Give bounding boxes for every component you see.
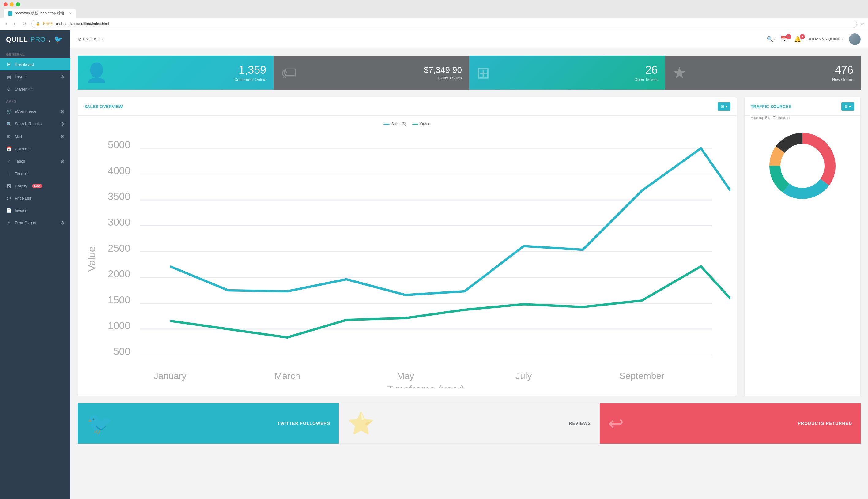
orders-icon: ★ bbox=[672, 64, 687, 82]
bottom-card-reviews: ⭐ REVIEWS bbox=[339, 403, 600, 443]
bookmark-icon[interactable]: ☆ bbox=[860, 21, 864, 27]
logo-separator: . bbox=[48, 36, 50, 44]
tab-title: bootstrap 模板_bootstrap 后端 bbox=[15, 11, 64, 16]
svg-text:1000: 1000 bbox=[108, 320, 131, 331]
legend-orders-dot bbox=[412, 124, 418, 125]
avatar[interactable] bbox=[849, 33, 861, 45]
minimize-btn[interactable] bbox=[10, 2, 14, 7]
sidebar-item-error-pages-left: ⚠ Error Pages bbox=[6, 220, 36, 226]
stat-info-customers: 1,359 Customers Online bbox=[234, 64, 266, 82]
sidebar-item-timeline-left: ⋮ Timeline bbox=[6, 171, 30, 177]
user-menu-button[interactable]: JOHANNA QUINN ▾ bbox=[808, 37, 844, 41]
calendar-icon: 📅 bbox=[6, 146, 12, 151]
reload-button[interactable]: ↺ bbox=[21, 20, 28, 27]
sidebar-item-invoice-left: 📄 Invoice bbox=[6, 208, 27, 213]
legend-orders-label: Orders bbox=[420, 122, 432, 126]
sidebar-item-tasks-label: Tasks bbox=[15, 159, 25, 163]
sidebar-item-search-results-left: 🔍 Search Results bbox=[6, 121, 42, 127]
traffic-sources-options-button[interactable]: ⊞ ▾ bbox=[841, 102, 854, 110]
notifications-button[interactable]: 📅 6 ▾ bbox=[780, 36, 789, 42]
bottom-card-twitter: 🐦 TWITTER FOLLOWERS bbox=[78, 403, 339, 443]
right-panel: ⊙ ENGLISH ▾ 🔍 ▾ 📅 6 ▾ 🔔 4 ▾ bbox=[70, 30, 868, 499]
sidebar-item-calendar-left: 📅 Calendar bbox=[6, 146, 31, 151]
sidebar-item-search-results-label: Search Results bbox=[15, 122, 42, 126]
sidebar-item-price-list[interactable]: 🏷 Price List bbox=[0, 192, 70, 204]
sidebar-item-mail-left: ✉ Mail bbox=[6, 134, 22, 139]
mail-add-icon[interactable]: ⊕ bbox=[60, 133, 64, 139]
chart-legend: Sales ($) Orders bbox=[84, 122, 731, 126]
gallery-icon: 🖼 bbox=[6, 183, 12, 188]
search-button[interactable]: 🔍 ▾ bbox=[767, 36, 775, 42]
twitter-icon: 🐦 bbox=[86, 411, 113, 436]
sidebar-item-timeline[interactable]: ⋮ Timeline bbox=[0, 168, 70, 180]
legend-sales-dot bbox=[384, 124, 389, 125]
sales-overview-options-button[interactable]: ⊞ ▾ bbox=[718, 102, 731, 110]
search-results-add-icon[interactable]: ⊕ bbox=[60, 121, 64, 127]
traffic-lights bbox=[4, 2, 864, 7]
maximize-btn[interactable] bbox=[16, 2, 20, 7]
error-pages-add-icon[interactable]: ⊕ bbox=[60, 220, 64, 226]
svg-text:2000: 2000 bbox=[108, 268, 131, 280]
topnav-left: ⊙ ENGLISH ▾ bbox=[78, 37, 104, 41]
traffic-table-icon: ⊞ bbox=[844, 104, 848, 109]
svg-text:3000: 3000 bbox=[108, 217, 131, 228]
forward-button[interactable]: › bbox=[12, 21, 17, 27]
sidebar-item-price-list-left: 🏷 Price List bbox=[6, 195, 31, 201]
svg-text:January: January bbox=[154, 371, 186, 381]
sidebar-item-layout[interactable]: ▦ Layout ⊕ bbox=[0, 70, 70, 83]
svg-text:July: July bbox=[516, 371, 532, 381]
layout-icon: ▦ bbox=[6, 74, 12, 80]
sidebar-item-mail[interactable]: ✉ Mail ⊕ bbox=[0, 130, 70, 143]
sidebar-item-tasks[interactable]: ✓ Tasks ⊕ bbox=[0, 155, 70, 168]
search-icon: 🔍 bbox=[767, 36, 773, 42]
svg-text:5000: 5000 bbox=[108, 139, 131, 150]
ecommerce-add-icon[interactable]: ⊕ bbox=[60, 108, 64, 114]
sidebar-item-ecommerce-label: eCommerce bbox=[15, 109, 36, 113]
bottom-card-returned: ↩ PRODUCTS RETURNED bbox=[600, 403, 861, 443]
sidebar-item-ecommerce[interactable]: 🛒 eCommerce ⊕ bbox=[0, 105, 70, 118]
search-results-icon: 🔍 bbox=[6, 121, 12, 127]
browser-tab[interactable]: bootstrap 模板_bootstrap 后端 ✕ bbox=[4, 9, 76, 18]
tab-favicon bbox=[8, 11, 12, 16]
url-bar[interactable]: 🔒 不安全 cn.inspinia.cn/quillpro/index.html bbox=[31, 20, 857, 28]
sidebar-item-gallery[interactable]: 🖼 Gallery New bbox=[0, 180, 70, 192]
section-label-general: GENERAL bbox=[0, 48, 70, 58]
svg-text:500: 500 bbox=[113, 345, 130, 357]
sidebar-item-error-pages[interactable]: ⚠ Error Pages ⊕ bbox=[0, 217, 70, 229]
sales-chart-svg: 500 1000 1500 2000 2500 3000 3500 4000 5… bbox=[84, 130, 731, 388]
stat-cards: 👤 1,359 Customers Online 🏷 $7,349.90 Tod… bbox=[78, 56, 861, 90]
returned-icon: ↩ bbox=[608, 413, 624, 434]
language-button[interactable]: ⊙ ENGLISH ▾ bbox=[78, 37, 104, 41]
invoice-icon: 📄 bbox=[6, 208, 12, 213]
sidebar-item-dashboard-label: Dashboard bbox=[15, 62, 34, 67]
logo-pro: PRO bbox=[30, 36, 46, 44]
language-chevron-icon: ▾ bbox=[102, 37, 104, 41]
topnav: ⊙ ENGLISH ▾ 🔍 ▾ 📅 6 ▾ 🔔 4 ▾ bbox=[70, 30, 868, 48]
sales-overview-card: SALES OVERVIEW ⊞ ▾ Sales ($) bbox=[78, 97, 737, 396]
messages-button[interactable]: 🔔 4 ▾ bbox=[794, 36, 803, 42]
tasks-add-icon[interactable]: ⊕ bbox=[60, 158, 64, 164]
app-layout: QUILLPRO. 🐦 GENERAL ⊞ Dashboard ▦ Layout… bbox=[0, 30, 868, 499]
sidebar: QUILLPRO. 🐦 GENERAL ⊞ Dashboard ▦ Layout… bbox=[0, 30, 70, 499]
sidebar-item-calendar[interactable]: 📅 Calendar bbox=[0, 143, 70, 155]
back-button[interactable]: ‹ bbox=[4, 21, 9, 27]
url-text: cn.inspinia.cn/quillpro/index.html bbox=[56, 22, 109, 26]
stat-card-sales: 🏷 $7,349.90 Today's Sales bbox=[274, 56, 469, 90]
sidebar-item-search-results[interactable]: 🔍 Search Results ⊕ bbox=[0, 118, 70, 130]
security-icon: 🔒 bbox=[36, 22, 40, 26]
sales-overview-title: SALES OVERVIEW bbox=[84, 104, 123, 109]
legend-sales-label: Sales ($) bbox=[391, 122, 406, 126]
close-btn[interactable] bbox=[4, 2, 8, 7]
sidebar-item-starter-kit-label: Starter Kit bbox=[15, 87, 33, 92]
traffic-sources-card: TRAFFIC SOURCES ⊞ ▾ Your top 5 traffic s… bbox=[744, 97, 861, 396]
reviews-info: REVIEWS bbox=[569, 421, 591, 426]
sidebar-item-dashboard[interactable]: ⊞ Dashboard bbox=[0, 58, 70, 70]
sidebar-item-starter-kit-left: ⊙ Starter Kit bbox=[6, 86, 33, 92]
sales-overview-body: Sales ($) Orders bbox=[78, 116, 737, 395]
traffic-sources-body bbox=[745, 123, 860, 212]
tab-close-icon[interactable]: ✕ bbox=[69, 11, 72, 15]
sidebar-item-starter-kit[interactable]: ⊙ Starter Kit bbox=[0, 83, 70, 95]
sales-icon: 🏷 bbox=[281, 64, 297, 82]
layout-add-icon[interactable]: ⊕ bbox=[60, 74, 64, 80]
sidebar-item-invoice[interactable]: 📄 Invoice bbox=[0, 204, 70, 217]
